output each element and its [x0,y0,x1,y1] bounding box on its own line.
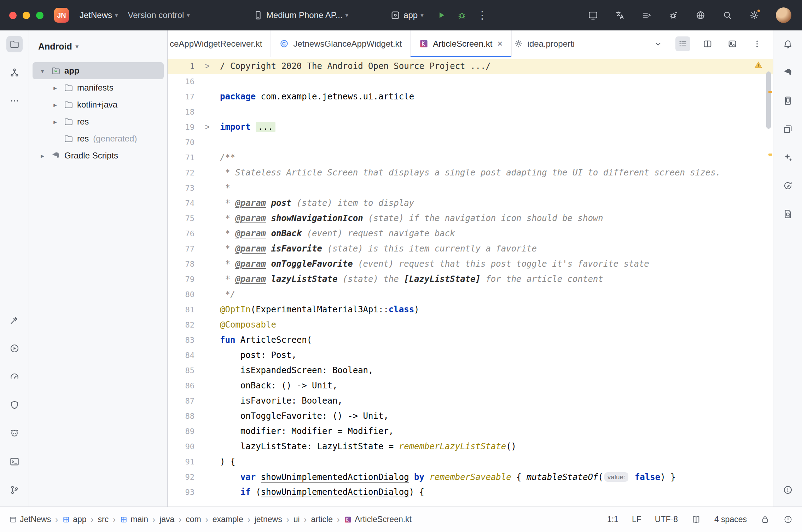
notifications-button[interactable] [780,36,796,52]
tab-jetnewsglanceappwidget-kt[interactable]: JetnewsGlanceAppWidget.kt [271,30,410,57]
line-number[interactable]: 89 [168,424,194,439]
line-number[interactable]: 91 [168,454,194,469]
run-module-button[interactable]: app▾ [385,10,429,21]
preview-button[interactable] [725,36,740,51]
editor-scrollbar[interactable] [766,71,771,129]
breadcrumb-item-app[interactable]: app [62,515,86,524]
breadcrumb-item-example[interactable]: example [213,515,243,524]
tab-ceappwidgetreceiver-kt[interactable]: ceAppWidgetReceiver.kt [168,30,271,57]
logcat-tool-button[interactable] [6,425,23,441]
breadcrumb-item-java[interactable]: java [159,515,174,524]
close-tab-icon[interactable]: × [497,38,502,49]
indent-widget[interactable]: 4 spaces [714,515,747,524]
more-tool-windows-button[interactable] [6,93,23,109]
tree-item-manifests[interactable]: ▸manifests [33,79,164,96]
terminal-tool-button[interactable] [6,453,23,470]
editor-list-button[interactable] [675,36,690,51]
chevron-right-icon[interactable]: ▸ [50,84,60,92]
tree-item-res-generated[interactable]: res(generated) [33,130,164,147]
tab-idea-properti[interactable]: idea.properti [511,30,583,57]
line-ending-widget[interactable]: LF [632,515,641,524]
zoom-window-button[interactable] [36,12,43,19]
tree-item-gradle-scripts[interactable]: ▸Gradle Scripts [33,147,164,164]
line-number[interactable]: 88 [168,409,194,424]
chevron-right-icon[interactable]: ▸ [37,152,47,160]
line-number[interactable]: 70 [168,135,194,150]
line-number[interactable]: 77 [168,241,194,256]
project-tool-button[interactable] [6,36,23,52]
gemini-tool-button[interactable] [780,149,796,166]
settings-button[interactable] [749,10,760,21]
translate-button[interactable] [615,10,625,21]
app-quality-insights-button[interactable] [6,397,23,413]
fold-marker-icon[interactable]: > [194,120,220,135]
inspection-profiler-button[interactable] [668,10,679,21]
problems-tool-button[interactable] [780,482,796,498]
chevron-right-icon[interactable]: ▸ [50,118,60,126]
error-stripe-mark[interactable] [768,154,772,156]
running-devices-tool-button[interactable] [780,93,796,109]
caret-position-widget[interactable]: 1:1 [607,515,618,524]
project-view-selector[interactable]: Android ▾ [29,30,167,62]
line-number[interactable]: 87 [168,393,194,409]
line-number[interactable]: 17 [168,89,194,104]
build-tool-button[interactable] [6,312,23,328]
encoding-widget[interactable]: UTF-8 [655,515,678,524]
sync-button[interactable] [695,10,706,21]
tree-item-app[interactable]: ▾app [33,62,164,79]
vcs-menu-button[interactable]: Version control▾ [123,10,195,20]
structure-lines-button[interactable] [641,10,652,21]
running-devices-button[interactable] [588,10,598,21]
line-number[interactable]: 92 [168,469,194,485]
line-number[interactable]: 71 [168,150,194,165]
breadcrumb-item-article[interactable]: article [311,515,333,524]
line-number[interactable]: 85 [168,363,194,378]
line-number[interactable]: 72 [168,165,194,180]
hidden-tabs-button[interactable] [651,36,666,51]
line-number[interactable]: 76 [168,226,194,241]
more-run-actions-button[interactable]: ⋮ [475,7,490,23]
warning-triangle-icon[interactable] [754,60,763,70]
debug-button[interactable] [454,7,470,23]
fold-marker-icon[interactable]: > [194,59,220,74]
line-number[interactable]: 90 [168,439,194,454]
chevron-right-icon[interactable]: ▸ [50,101,60,109]
line-number[interactable]: 93 [168,485,194,500]
line-number[interactable]: 19 [168,120,194,135]
run-configuration-button[interactable]: Medium Phone AP...▾ [248,10,353,21]
close-window-button[interactable] [9,12,17,19]
line-number[interactable]: 16 [168,74,194,89]
code-editor[interactable]: 1>/ Copyright 2020 The Android Open Sour… [168,57,773,507]
line-number[interactable]: 73 [168,180,194,196]
breadcrumb-item-com[interactable]: com [186,515,201,524]
run-button[interactable] [434,7,449,23]
live-edit-button[interactable] [780,178,796,194]
breadcrumb-item-ui[interactable]: ui [294,515,300,524]
line-number[interactable]: 81 [168,302,194,317]
line-number[interactable]: 78 [168,256,194,272]
line-number[interactable]: 80 [168,287,194,302]
gradle-tool-button[interactable] [780,64,796,81]
breadcrumb-item-articlescreen-kt[interactable]: ArticleScreen.kt [344,515,412,524]
line-number[interactable]: 18 [168,104,194,120]
user-avatar[interactable] [776,7,791,23]
breadcrumb-item-jetnews[interactable]: JetNews [9,515,51,524]
tree-item-kotlin-java[interactable]: ▸kotlin+java [33,96,164,113]
line-number[interactable]: 79 [168,272,194,287]
split-editor-button[interactable] [700,36,715,51]
device-explorer-button[interactable] [780,121,796,137]
reader-mode-button[interactable] [691,515,701,524]
line-number[interactable]: 74 [168,196,194,211]
structure-tool-button[interactable] [6,64,23,81]
inspections-widget-button[interactable] [783,515,793,524]
search-everywhere-button[interactable] [722,10,733,21]
breadcrumb-item-src[interactable]: src [98,515,109,524]
line-number[interactable]: 1 [168,59,194,74]
layout-inspector-button[interactable] [780,206,796,222]
error-stripe-mark[interactable] [768,91,772,93]
profiler-tool-button[interactable] [6,369,23,385]
project-menu-button[interactable]: JetNews▾ [75,10,123,20]
breadcrumb-item-main[interactable]: main [120,515,148,524]
line-number[interactable]: 86 [168,378,194,393]
line-number[interactable]: 83 [168,332,194,348]
